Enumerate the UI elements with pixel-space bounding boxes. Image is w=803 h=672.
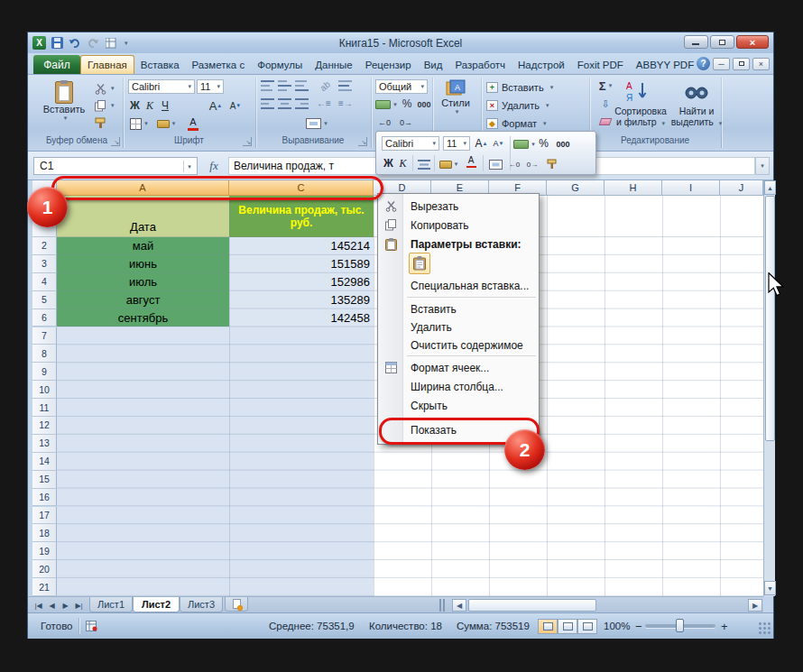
sheet-tab-1[interactable]: Лист1 <box>89 597 133 612</box>
zoom-out-button[interactable]: − <box>635 620 642 633</box>
shrink-font-button[interactable]: А▼ <box>228 98 243 113</box>
number-format-combo[interactable]: Общий▾ <box>375 79 428 94</box>
increase-indent-button[interactable]: ≡→ <box>338 98 353 108</box>
menu-item-cut[interactable]: Вырезать <box>378 197 539 216</box>
align-right-button[interactable] <box>295 98 309 109</box>
menu-item-copy[interactable]: Копировать <box>378 216 539 235</box>
workbook-close-button[interactable]: × <box>752 58 770 70</box>
styles-button[interactable]: А Стили ▾ <box>436 78 475 131</box>
menu-item-paste-special[interactable]: Специальная вставка... <box>378 276 539 295</box>
close-button[interactable]: × <box>736 35 769 49</box>
sheet-tab-3[interactable]: Лист3 <box>180 597 223 612</box>
cell-C6[interactable]: 142458 <box>229 309 374 327</box>
align-middle-button[interactable] <box>278 80 291 91</box>
tab-splitter-handle[interactable] <box>439 599 445 612</box>
grow-font-button[interactable]: А▲ <box>208 98 223 113</box>
row-header[interactable]: 8 <box>32 345 57 363</box>
row-header[interactable]: 21 <box>32 578 57 596</box>
view-normal-button[interactable] <box>538 619 558 634</box>
tab-data[interactable]: Данные <box>309 55 359 74</box>
paste-option-button[interactable] <box>409 253 430 274</box>
excel-app-icon[interactable]: X <box>32 36 46 50</box>
column-header-J[interactable]: J <box>720 180 763 196</box>
clipboard-dialog-launcher[interactable]: ↘ <box>111 137 120 146</box>
mini-format-painter-button[interactable] <box>544 157 560 171</box>
mini-italic-button[interactable]: К <box>397 156 409 170</box>
sheet-tab-2[interactable]: Лист2 <box>133 597 180 612</box>
decrease-indent-button[interactable]: ←≡ <box>317 98 331 108</box>
find-select-button-line2[interactable]: выделить ▾ <box>670 116 723 127</box>
redo-icon[interactable] <box>86 36 100 51</box>
cut-button[interactable]: ▾ <box>95 80 116 97</box>
wrap-text-button[interactable] <box>338 80 352 91</box>
view-page-layout-button[interactable] <box>558 619 577 634</box>
tab-foxit[interactable]: Foxit PDF <box>571 55 630 74</box>
row-header[interactable]: 6 <box>32 309 57 327</box>
row-header[interactable]: 2 <box>32 237 57 255</box>
fill-color-button[interactable]: ▾ <box>155 116 177 131</box>
cell-C5[interactable]: 135289 <box>229 291 374 309</box>
row-header[interactable]: 4 <box>32 273 57 291</box>
cell-C3[interactable]: 151589 <box>229 255 374 273</box>
align-center-button[interactable] <box>278 98 291 109</box>
row-header[interactable]: 11 <box>32 399 57 417</box>
mini-comma-button[interactable]: 000 <box>552 137 574 152</box>
mini-currency-button[interactable]: ▾ <box>513 137 535 152</box>
sort-filter-button-line2[interactable]: и фильтр ▾ <box>609 116 672 127</box>
save-icon[interactable] <box>50 36 64 51</box>
tab-abbyy[interactable]: ABBYY PDF <box>630 55 700 74</box>
menu-item-hide[interactable]: Скрыть <box>378 396 539 415</box>
tab-review[interactable]: Рецензир <box>359 55 418 74</box>
undo-icon[interactable] <box>68 36 82 51</box>
decrease-decimal-button[interactable]: 0→ <box>397 116 415 129</box>
tab-view[interactable]: Вид <box>418 55 449 74</box>
tab-page-layout[interactable]: Разметка с <box>186 55 252 74</box>
tab-insert[interactable]: Вставка <box>134 55 186 74</box>
currency-button[interactable]: ▾ <box>375 98 397 111</box>
qat-grid-icon[interactable] <box>104 36 118 51</box>
align-top-button[interactable] <box>261 80 274 91</box>
menu-item-clear-contents[interactable]: Очистить содержимое <box>378 336 539 354</box>
insert-sheet-button[interactable] <box>225 597 248 612</box>
hscroll-left-button[interactable]: ◀ <box>452 599 466 612</box>
menu-item-delete[interactable]: Удалить <box>378 318 539 336</box>
tab-formulas[interactable]: Формулы <box>251 55 309 74</box>
cell-C2[interactable]: 145214 <box>229 237 374 255</box>
column-header-G[interactable]: G <box>547 180 605 196</box>
font-dialog-launcher[interactable]: ↘ <box>243 137 252 146</box>
row-header[interactable]: 20 <box>32 560 57 578</box>
percent-style-button[interactable]: % <box>401 97 413 111</box>
cell-A4[interactable]: июль <box>57 273 229 291</box>
tab-file[interactable]: Файл <box>33 55 80 74</box>
horizontal-scroll-thumb[interactable] <box>468 599 596 612</box>
borders-button[interactable]: ▾ <box>128 116 150 131</box>
macro-record-icon[interactable] <box>86 621 98 631</box>
autosum-button[interactable]: Σ▾ <box>595 78 616 93</box>
workbook-restore-button[interactable] <box>733 58 750 70</box>
first-sheet-icon[interactable]: |◀ <box>32 599 45 612</box>
zoom-slider-thumb[interactable] <box>676 619 684 632</box>
row-header[interactable]: 10 <box>32 381 57 399</box>
cell-A1[interactable]: Дата <box>57 196 229 237</box>
underline-button[interactable]: Ч <box>158 98 172 113</box>
mini-fill-color-button[interactable]: ▾ <box>438 157 459 171</box>
align-left-button[interactable] <box>261 98 274 109</box>
comma-style-button[interactable]: 000 <box>415 98 433 110</box>
resize-grip[interactable] <box>758 621 771 634</box>
font-size-combo[interactable]: 11▾ <box>197 79 224 94</box>
tab-addins[interactable]: Надстрой <box>512 55 571 74</box>
row-header[interactable]: 5 <box>32 291 57 309</box>
mini-decrease-decimal-button[interactable]: 0→ <box>524 157 540 171</box>
help-icon[interactable]: ? <box>697 57 710 70</box>
mini-font-color-button[interactable]: А <box>461 154 481 169</box>
cell-C4[interactable]: 152986 <box>229 273 374 291</box>
name-box[interactable]: C1▾ <box>33 157 198 175</box>
next-sheet-icon[interactable]: ▶ <box>59 599 72 612</box>
column-header-I[interactable]: I <box>662 180 720 196</box>
merge-center-button[interactable]: ▾ <box>299 116 335 131</box>
increase-decimal-button[interactable]: ←0 <box>375 116 393 129</box>
row-header[interactable]: 17 <box>32 507 57 525</box>
mini-grow-font-button[interactable]: А▲ <box>474 136 489 151</box>
minimize-button[interactable] <box>684 35 708 49</box>
mini-shrink-font-button[interactable]: А▼ <box>491 136 506 151</box>
